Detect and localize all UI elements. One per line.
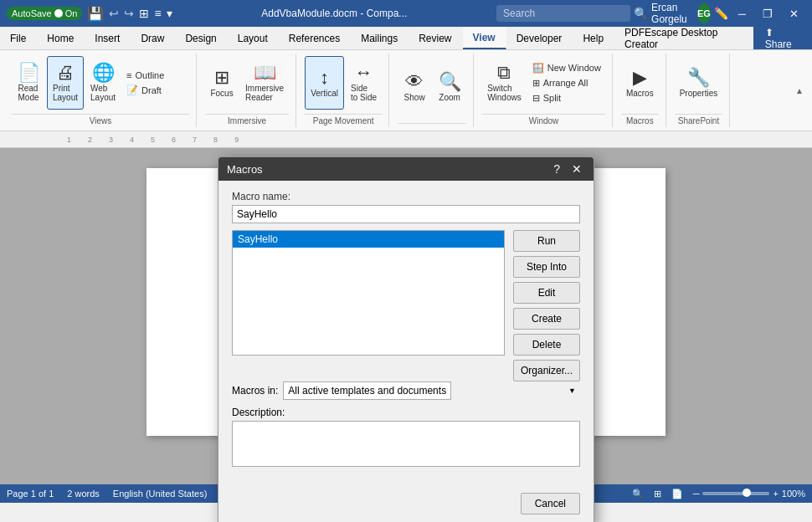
ribbon-group-immersive: ⊞ Focus 📖 ImmersiveReader Immersive — [198, 54, 296, 127]
side-to-side-icon: ↔ — [355, 64, 373, 82]
read-mode-label: ReadMode — [18, 84, 39, 102]
switch-windows-button[interactable]: ⧉ SwitchWindows — [482, 56, 527, 110]
immersive-reader-icon: 📖 — [254, 64, 276, 82]
focus-view-icon[interactable]: 🔍 — [632, 489, 644, 499]
ribbon-collapse-button[interactable]: ▲ — [795, 86, 804, 95]
macro-list-item-sayhello[interactable]: SayHello — [233, 231, 504, 248]
dialog-help-button[interactable]: ? — [550, 162, 563, 176]
macros-list[interactable]: SayHello — [232, 230, 505, 356]
cancel-button[interactable]: Cancel — [521, 493, 580, 514]
redo-icon[interactable]: ↪ — [124, 7, 134, 20]
run-button[interactable]: Run — [513, 230, 580, 252]
tab-references[interactable]: References — [279, 27, 351, 49]
layout-icon[interactable]: ⊞ — [654, 489, 661, 499]
undo-icon[interactable]: ↩ — [109, 7, 119, 20]
print-layout-label: PrintLayout — [53, 84, 78, 102]
macros-label: Macros — [621, 114, 659, 127]
list-icon[interactable]: ≡ — [154, 7, 161, 20]
read-mode-button[interactable]: 📄 ReadMode — [12, 56, 45, 110]
tab-pdfscape[interactable]: PDFEscape Desktop Creator — [614, 27, 753, 49]
focus-icon: ⊞ — [214, 69, 229, 87]
properties-button[interactable]: 🔧 Properties — [675, 56, 723, 110]
immersive-reader-button[interactable]: 📖 ImmersiveReader — [240, 56, 289, 110]
page-movement-label: Page Movement — [305, 114, 382, 127]
ribbon-group-page-movement: ↕ Vertical ↔ Sideto Side Page Movement — [298, 54, 389, 127]
titlebar-left: AutoSave On 💾 ↩ ↪ ⊞ ≡ ▾ — [7, 6, 172, 22]
minimize-button[interactable]: ─ — [732, 0, 753, 27]
tab-home[interactable]: Home — [37, 27, 85, 49]
show-label: Show — [404, 93, 425, 102]
create-button[interactable]: Create — [513, 308, 580, 330]
split-button[interactable]: ⊟ Split — [528, 91, 605, 105]
description-label: Description: — [232, 407, 580, 418]
tab-file[interactable]: File — [0, 27, 37, 49]
titlebar-right: 🔍 Ercan Gorgelu EG ✏️ ─ ❐ ✕ — [496, 0, 805, 27]
tab-help[interactable]: Help — [573, 27, 614, 49]
zoom-minus-button[interactable]: ─ — [693, 489, 700, 499]
dialog-title: Macros — [227, 163, 263, 176]
views-label: Views — [12, 114, 189, 127]
dropdown-icon[interactable]: ▾ — [167, 7, 172, 20]
focus-button[interactable]: ⊞ Focus — [205, 56, 239, 110]
tab-layout[interactable]: Layout — [228, 27, 279, 49]
dialog-close-button[interactable]: ✕ — [568, 162, 585, 176]
window-small-col: 🪟 New Window ⊞ Arrange All ⊟ Split — [528, 61, 605, 105]
user-avatar[interactable]: EG — [697, 3, 711, 23]
tab-insert[interactable]: Insert — [85, 27, 131, 49]
zoom-slider[interactable] — [702, 492, 769, 495]
search-input[interactable] — [496, 5, 630, 22]
zoom-thumb[interactable] — [743, 489, 751, 497]
macros-label: Macros — [626, 89, 654, 98]
new-window-button[interactable]: 🪟 New Window — [528, 61, 605, 75]
dialog-body: Macro name: SayHello Run Step Into — [218, 181, 594, 486]
organizer-button[interactable]: Organizer... — [513, 360, 580, 381]
side-to-side-button[interactable]: ↔ Sideto Side — [346, 56, 382, 110]
zoom-plus-button[interactable]: + — [773, 489, 778, 499]
macro-name-input[interactable] — [232, 205, 580, 223]
tab-view[interactable]: View — [463, 27, 506, 49]
main-area: 123456789 Macros ? ✕ Macro name: — [0, 131, 812, 484]
pen-icon[interactable]: ✏️ — [714, 7, 728, 20]
switch-windows-icon: ⧉ — [497, 64, 511, 82]
show-icon: 👁 — [405, 73, 424, 91]
tab-mailings[interactable]: Mailings — [351, 27, 409, 49]
views-buttons: 📄 ReadMode 🖨 PrintLayout 🌐 WebLayout — [12, 54, 189, 112]
edit-button[interactable]: Edit — [513, 282, 580, 304]
delete-button[interactable]: Delete — [513, 334, 580, 356]
macros-in-row: Macros in: All active templates and docu… — [232, 381, 580, 400]
save-icon[interactable]: 💾 — [87, 6, 104, 22]
vertical-button[interactable]: ↕ Vertical — [305, 56, 344, 110]
show-button[interactable]: 👁 Show — [398, 61, 431, 115]
macros-button[interactable]: ▶ Macros — [621, 56, 659, 110]
immersive-buttons: ⊞ Focus 📖 ImmersiveReader — [205, 54, 289, 112]
dialog-form-left: SayHello — [232, 230, 505, 381]
ribbon-group-window: ⧉ SwitchWindows 🪟 New Window ⊞ Arrange A… — [475, 54, 613, 127]
print-layout-icon: 🖨 — [56, 64, 75, 82]
mode-icon[interactable]: ⊞ — [139, 7, 149, 20]
draft-button[interactable]: 📝 Draft — [122, 83, 189, 97]
arrange-all-button[interactable]: ⊞ Arrange All — [528, 76, 605, 90]
tab-review[interactable]: Review — [409, 27, 462, 49]
outline-button[interactable]: ≡ Outline — [122, 69, 189, 82]
zoom-level: 100% — [782, 489, 805, 499]
macros-in-select[interactable]: All active templates and documents Norma… — [283, 381, 451, 400]
show-label — [398, 123, 466, 127]
restore-button[interactable]: ❐ — [756, 0, 779, 27]
tab-design[interactable]: Design — [175, 27, 227, 49]
web-layout-button[interactable]: 🌐 WebLayout — [85, 56, 121, 110]
print-view-icon[interactable]: 📄 — [671, 489, 683, 499]
tab-draw[interactable]: Draw — [131, 27, 175, 49]
description-textarea[interactable] — [232, 421, 580, 467]
step-into-button[interactable]: Step Into — [513, 256, 580, 278]
macros-in-label: Macros in: — [232, 385, 278, 397]
zoom-button[interactable]: 🔍 Zoom — [433, 61, 466, 115]
ribbon-group-show: 👁 Show 🔍 Zoom — [391, 54, 474, 127]
print-layout-button[interactable]: 🖨 PrintLayout — [47, 56, 84, 110]
zoom-label: Zoom — [439, 93, 460, 102]
tab-developer[interactable]: Developer — [506, 27, 573, 49]
ribbon-content: 📄 ReadMode 🖨 PrintLayout 🌐 WebLayout — [0, 50, 812, 130]
share-button[interactable]: ⬆ Share — [753, 27, 812, 49]
search-icon[interactable]: 🔍 — [634, 7, 648, 20]
close-button[interactable]: ✕ — [783, 0, 805, 27]
autosave-toggle[interactable]: AutoSave On — [7, 7, 82, 20]
